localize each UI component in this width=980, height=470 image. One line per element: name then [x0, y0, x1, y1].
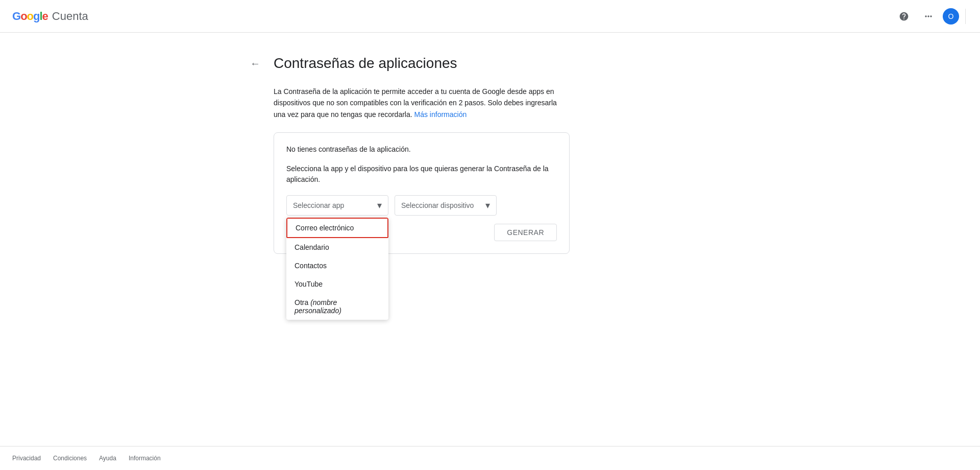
generate-button[interactable]: GENERAR: [494, 224, 557, 241]
app-select-placeholder: Seleccionar app: [293, 201, 344, 209]
apps-icon: [923, 11, 934, 21]
page-title: Contraseñas de aplicaciones: [274, 55, 457, 72]
device-select[interactable]: Seleccionar dispositivo ▾: [395, 195, 497, 216]
main-content: ← Contraseñas de aplicaciones La Contras…: [0, 33, 980, 446]
app-select[interactable]: Seleccionar app ▾: [286, 195, 388, 216]
dropdown-item-email[interactable]: Correo electrónico: [286, 218, 388, 238]
google-g-letter: Google: [12, 10, 48, 23]
header: Google Cuenta O: [0, 0, 980, 33]
dropdown-item-youtube[interactable]: YouTube: [286, 275, 388, 293]
more-info-link[interactable]: Más información: [414, 110, 467, 119]
header-app-name: Cuenta: [52, 10, 88, 23]
select-row: Seleccionar app ▾ Correo electrónico Cal…: [286, 195, 557, 216]
dropdown-item-contacts[interactable]: Contactos: [286, 256, 388, 275]
header-left: Google Cuenta: [12, 10, 88, 23]
apps-button[interactable]: [918, 6, 939, 27]
device-chevron-icon: ▾: [485, 200, 490, 211]
dropdown-item-other[interactable]: Otra (nombre personalizado): [286, 293, 388, 320]
google-logo: Google: [12, 10, 48, 23]
app-passwords-card: No tienes contraseñas de la aplicación. …: [274, 132, 570, 254]
footer: Privacidad Condiciones Ayuda Información: [0, 446, 980, 470]
dropdown-item-calendar[interactable]: Calendario: [286, 238, 388, 256]
description: La Contraseña de la aplicación te permit…: [274, 86, 570, 120]
avatar[interactable]: O: [943, 8, 959, 25]
device-select-placeholder: Seleccionar dispositivo: [401, 201, 474, 209]
footer-link-privacy[interactable]: Privacidad: [12, 455, 41, 462]
header-divider: [965, 9, 966, 24]
app-select-wrapper: Seleccionar app ▾ Correo electrónico Cal…: [286, 195, 388, 216]
help-icon: [899, 11, 909, 21]
footer-link-help[interactable]: Ayuda: [99, 455, 116, 462]
footer-link-terms[interactable]: Condiciones: [53, 455, 87, 462]
chevron-down-icon: ▾: [377, 200, 382, 211]
help-button[interactable]: [894, 6, 914, 27]
header-right: O: [894, 6, 968, 27]
page-header: ← Contraseñas de aplicaciones: [245, 53, 980, 74]
app-dropdown-menu: Correo electrónico Calendario Contactos …: [286, 218, 388, 320]
empty-message: No tienes contraseñas de la aplicación.: [286, 145, 557, 153]
footer-link-info[interactable]: Información: [129, 455, 161, 462]
back-button[interactable]: ←: [245, 53, 265, 74]
card-instruction: Selecciona la app y el dispositivo para …: [286, 163, 557, 185]
